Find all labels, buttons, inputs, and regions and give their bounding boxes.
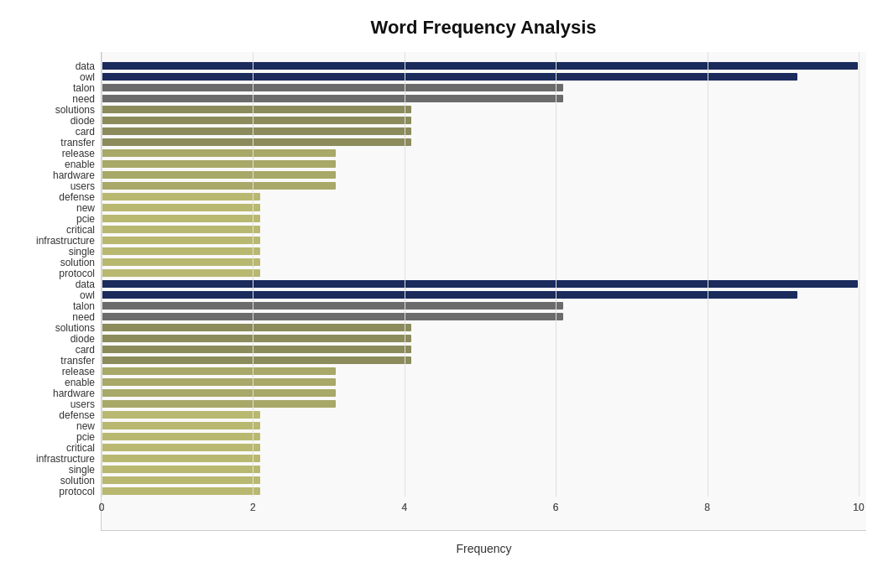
- bar-row: data: [102, 278, 858, 289]
- bar-row: talon: [102, 82, 858, 93]
- bar-label: single: [69, 246, 95, 258]
- bar-row: pcie: [102, 431, 858, 442]
- grid-line: [708, 52, 708, 497]
- bar-row: card: [102, 126, 858, 137]
- bar: [102, 226, 260, 233]
- bar: [102, 487, 260, 495]
- bar-row: solution: [102, 475, 858, 486]
- bar-label: card: [76, 344, 95, 356]
- bar-label: need: [72, 93, 95, 105]
- bar: [102, 455, 260, 462]
- bar-label: new: [76, 202, 95, 214]
- bar-label: hardware: [53, 169, 95, 181]
- bar-label: protocol: [59, 486, 95, 497]
- bar-row: diode: [102, 333, 858, 344]
- bar-label: defense: [59, 191, 95, 203]
- x-tick: 8: [704, 502, 710, 513]
- bar-label: owl: [80, 289, 95, 301]
- x-tick: 10: [853, 502, 864, 513]
- bar: [102, 280, 858, 288]
- bar-label: critical: [66, 224, 95, 236]
- bar: [102, 411, 260, 419]
- grid-line: [253, 52, 253, 497]
- bar-row: solutions: [102, 322, 858, 333]
- bar-label: transfer: [60, 355, 95, 367]
- bar: [102, 346, 411, 353]
- bar-label: pcie: [76, 213, 95, 225]
- bar-label: need: [72, 311, 95, 323]
- bar-label: pcie: [76, 431, 95, 443]
- grid-line: [102, 52, 102, 497]
- bar-label: solutions: [55, 104, 95, 116]
- bar: [102, 106, 411, 113]
- bar-label: enable: [65, 159, 95, 170]
- bar: [102, 160, 336, 168]
- bar-row: enable: [102, 159, 858, 169]
- bar-label: talon: [73, 300, 95, 312]
- bar-label: diode: [71, 333, 95, 345]
- bars-wrapper: dataowltalonneedsolutionsdiodecardtransf…: [102, 60, 866, 497]
- bar: [102, 313, 563, 320]
- x-tick: 0: [99, 502, 105, 513]
- bar-row: owl: [102, 289, 858, 300]
- bar-row: release: [102, 148, 858, 159]
- bar-row: protocol: [102, 268, 858, 278]
- bar-label: protocol: [59, 268, 95, 279]
- bar: [102, 84, 563, 91]
- bar-row: new: [102, 420, 858, 431]
- bar-row: infrastructure: [102, 235, 858, 246]
- bar: [102, 237, 260, 244]
- bar-row: new: [102, 202, 858, 213]
- bar-label: owl: [80, 71, 95, 83]
- bar: [102, 193, 260, 200]
- bar-row: defense: [102, 191, 858, 202]
- bar-row: talon: [102, 300, 858, 311]
- bar: [102, 389, 336, 397]
- bar-row: release: [102, 366, 858, 377]
- bar-row: defense: [102, 409, 858, 420]
- bar-row: transfer: [102, 355, 858, 366]
- bar-row: infrastructure: [102, 453, 858, 464]
- bar: [102, 367, 336, 375]
- bar: [102, 324, 411, 331]
- bar-row: need: [102, 311, 858, 322]
- bar: [102, 476, 260, 484]
- bar-label: infrastructure: [36, 453, 95, 465]
- bar-label: diode: [71, 115, 95, 127]
- bar-label: solution: [60, 257, 95, 268]
- bar-row: users: [102, 398, 858, 409]
- bar-label: release: [62, 366, 95, 377]
- bar-label: solutions: [55, 322, 95, 334]
- bar: [102, 302, 563, 310]
- bar-row: diode: [102, 115, 858, 126]
- bar: [102, 378, 336, 386]
- bar-row: enable: [102, 377, 858, 388]
- bar-label: critical: [66, 442, 95, 454]
- bar: [102, 204, 260, 211]
- bar: [102, 182, 336, 190]
- bar: [102, 258, 260, 266]
- bar-row: solutions: [102, 104, 858, 115]
- bar: [102, 73, 797, 81]
- bar-label: users: [71, 398, 95, 410]
- bar-label: card: [76, 126, 95, 138]
- bar-row: data: [102, 60, 858, 71]
- bar-label: solution: [60, 475, 95, 487]
- bar: [102, 138, 411, 146]
- bar-row: single: [102, 246, 858, 257]
- bar-row: critical: [102, 224, 858, 235]
- x-axis-label: Frequency: [102, 542, 866, 555]
- bar-label: data: [76, 60, 95, 72]
- bar-row: users: [102, 180, 858, 191]
- chart-title: Word Frequency Analysis: [101, 17, 866, 39]
- bar-row: protocol: [102, 486, 858, 497]
- bar: [102, 127, 411, 135]
- bar: [102, 400, 336, 408]
- bar: [102, 269, 260, 277]
- chart-area: dataowltalonneedsolutionsdiodecardtransf…: [101, 52, 866, 531]
- grid-line: [405, 52, 405, 497]
- grid-line: [859, 52, 859, 497]
- bar-label: new: [76, 420, 95, 432]
- bar-row: card: [102, 344, 858, 355]
- x-tick: 2: [250, 502, 256, 513]
